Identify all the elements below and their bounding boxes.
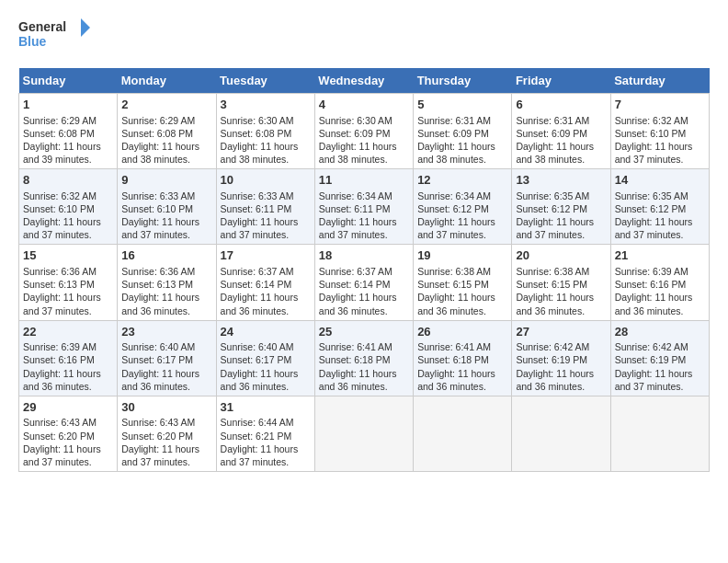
day-number: 7 <box>615 97 705 113</box>
day-number: 29 <box>23 399 113 416</box>
calendar-cell: 11 Sunrise: 6:34 AM Sunset: 6:11 PM Dayl… <box>314 169 413 245</box>
day-number: 16 <box>121 247 211 264</box>
svg-text:General: General <box>18 19 66 34</box>
sunset-text: Sunset: 6:08 PM <box>121 128 193 139</box>
sunrise-text: Sunrise: 6:41 AM <box>417 341 491 352</box>
sunrise-text: Sunrise: 6:43 AM <box>121 417 195 428</box>
sunrise-text: Sunrise: 6:40 AM <box>121 341 195 352</box>
day-number: 2 <box>121 97 211 113</box>
day-number: 23 <box>121 324 211 340</box>
daylight-text: Daylight: 11 hours and 37 minutes. <box>615 368 693 392</box>
daylight-text: Daylight: 11 hours and 37 minutes. <box>319 216 397 240</box>
daylight-text: Daylight: 11 hours and 38 minutes. <box>319 141 397 165</box>
sunrise-text: Sunrise: 6:37 AM <box>319 266 392 277</box>
svg-text:Blue: Blue <box>18 34 47 49</box>
day-of-week-header: Wednesday <box>314 68 413 94</box>
calendar-cell: 6 Sunrise: 6:31 AM Sunset: 6:09 PM Dayli… <box>512 94 610 169</box>
day-number: 27 <box>516 324 606 340</box>
calendar-cell: 3 Sunrise: 6:30 AM Sunset: 6:08 PM Dayli… <box>216 94 314 169</box>
sunrise-text: Sunrise: 6:38 AM <box>417 266 491 277</box>
daylight-text: Daylight: 11 hours and 38 minutes. <box>417 141 495 165</box>
calendar-cell: 2 Sunrise: 6:29 AM Sunset: 6:08 PM Dayli… <box>118 94 216 169</box>
sunset-text: Sunset: 6:08 PM <box>23 128 95 139</box>
day-number: 13 <box>516 172 606 189</box>
sunrise-text: Sunrise: 6:36 AM <box>23 266 97 277</box>
calendar-cell <box>512 396 610 471</box>
daylight-text: Daylight: 11 hours and 36 minutes. <box>417 368 495 392</box>
sunrise-text: Sunrise: 6:42 AM <box>615 341 688 352</box>
sunset-text: Sunset: 6:21 PM <box>221 431 292 442</box>
sunset-text: Sunset: 6:15 PM <box>516 279 587 290</box>
calendar-cell: 25 Sunrise: 6:41 AM Sunset: 6:18 PM Dayl… <box>314 320 413 396</box>
daylight-text: Daylight: 11 hours and 36 minutes. <box>23 368 101 392</box>
calendar-cell: 8 Sunrise: 6:32 AM Sunset: 6:10 PM Dayli… <box>19 169 118 245</box>
day-number: 22 <box>23 324 113 340</box>
day-of-week-header: Sunday <box>19 68 118 94</box>
sunrise-text: Sunrise: 6:39 AM <box>615 266 688 277</box>
sunset-text: Sunset: 6:17 PM <box>121 354 193 365</box>
sunrise-text: Sunrise: 6:34 AM <box>417 190 491 201</box>
calendar-cell: 22 Sunrise: 6:39 AM Sunset: 6:16 PM Dayl… <box>19 320 118 396</box>
sunrise-text: Sunrise: 6:33 AM <box>221 190 294 201</box>
daylight-text: Daylight: 11 hours and 36 minutes. <box>221 292 299 316</box>
day-number: 25 <box>319 324 409 340</box>
daylight-text: Daylight: 11 hours and 38 minutes. <box>516 141 594 165</box>
day-number: 11 <box>319 172 409 189</box>
day-of-week-header: Tuesday <box>216 68 314 94</box>
calendar-cell: 7 Sunrise: 6:32 AM Sunset: 6:10 PM Dayli… <box>610 94 709 169</box>
day-number: 30 <box>121 399 211 416</box>
day-number: 4 <box>319 97 409 113</box>
calendar-cell: 20 Sunrise: 6:38 AM Sunset: 6:15 PM Dayl… <box>512 245 610 320</box>
sunrise-text: Sunrise: 6:42 AM <box>516 341 589 352</box>
daylight-text: Daylight: 11 hours and 36 minutes. <box>221 368 299 392</box>
sunset-text: Sunset: 6:09 PM <box>319 128 391 139</box>
sunset-text: Sunset: 6:10 PM <box>23 203 95 214</box>
sunrise-text: Sunrise: 6:30 AM <box>221 115 294 126</box>
day-number: 6 <box>516 97 606 113</box>
day-number: 12 <box>417 172 507 189</box>
day-number: 1 <box>23 97 113 113</box>
daylight-text: Daylight: 11 hours and 37 minutes. <box>615 216 693 240</box>
daylight-text: Daylight: 11 hours and 37 minutes. <box>516 216 594 240</box>
daylight-text: Daylight: 11 hours and 36 minutes. <box>516 292 594 316</box>
sunset-text: Sunset: 6:09 PM <box>417 128 489 139</box>
sunset-text: Sunset: 6:18 PM <box>319 354 391 365</box>
sunset-text: Sunset: 6:14 PM <box>221 279 292 290</box>
day-of-week-header: Saturday <box>610 68 709 94</box>
sunset-text: Sunset: 6:08 PM <box>221 128 292 139</box>
calendar-cell <box>314 396 413 471</box>
day-number: 14 <box>615 172 705 189</box>
daylight-text: Daylight: 11 hours and 36 minutes. <box>319 368 397 392</box>
calendar-cell: 14 Sunrise: 6:35 AM Sunset: 6:12 PM Dayl… <box>610 169 709 245</box>
sunrise-text: Sunrise: 6:35 AM <box>615 190 688 201</box>
sunset-text: Sunset: 6:11 PM <box>319 203 391 214</box>
sunrise-text: Sunrise: 6:36 AM <box>121 266 195 277</box>
day-of-week-header: Friday <box>512 68 610 94</box>
calendar-cell: 17 Sunrise: 6:37 AM Sunset: 6:14 PM Dayl… <box>216 245 314 320</box>
calendar-cell: 15 Sunrise: 6:36 AM Sunset: 6:13 PM Dayl… <box>19 245 118 320</box>
day-number: 15 <box>23 247 113 264</box>
calendar-cell: 29 Sunrise: 6:43 AM Sunset: 6:20 PM Dayl… <box>19 396 118 471</box>
sunset-text: Sunset: 6:16 PM <box>23 354 95 365</box>
sunrise-text: Sunrise: 6:35 AM <box>516 190 589 201</box>
calendar-cell: 30 Sunrise: 6:43 AM Sunset: 6:20 PM Dayl… <box>118 396 216 471</box>
sunset-text: Sunset: 6:16 PM <box>615 279 687 290</box>
calendar-cell: 28 Sunrise: 6:42 AM Sunset: 6:19 PM Dayl… <box>610 320 709 396</box>
daylight-text: Daylight: 11 hours and 36 minutes. <box>319 292 397 316</box>
sunset-text: Sunset: 6:15 PM <box>417 279 489 290</box>
sunset-text: Sunset: 6:19 PM <box>516 354 587 365</box>
sunrise-text: Sunrise: 6:29 AM <box>121 115 195 126</box>
daylight-text: Daylight: 11 hours and 36 minutes. <box>121 292 199 316</box>
sunrise-text: Sunrise: 6:34 AM <box>319 190 392 201</box>
calendar-cell: 26 Sunrise: 6:41 AM Sunset: 6:18 PM Dayl… <box>414 320 512 396</box>
calendar-cell: 4 Sunrise: 6:30 AM Sunset: 6:09 PM Dayli… <box>314 94 413 169</box>
daylight-text: Daylight: 11 hours and 37 minutes. <box>121 216 199 240</box>
calendar-cell: 1 Sunrise: 6:29 AM Sunset: 6:08 PM Dayli… <box>19 94 118 169</box>
daylight-text: Daylight: 11 hours and 37 minutes. <box>23 292 101 316</box>
sunrise-text: Sunrise: 6:43 AM <box>23 417 97 428</box>
daylight-text: Daylight: 11 hours and 37 minutes. <box>221 443 299 467</box>
sunset-text: Sunset: 6:12 PM <box>516 203 587 214</box>
calendar-cell: 27 Sunrise: 6:42 AM Sunset: 6:19 PM Dayl… <box>512 320 610 396</box>
daylight-text: Daylight: 11 hours and 37 minutes. <box>417 216 495 240</box>
calendar-cell <box>414 396 512 471</box>
